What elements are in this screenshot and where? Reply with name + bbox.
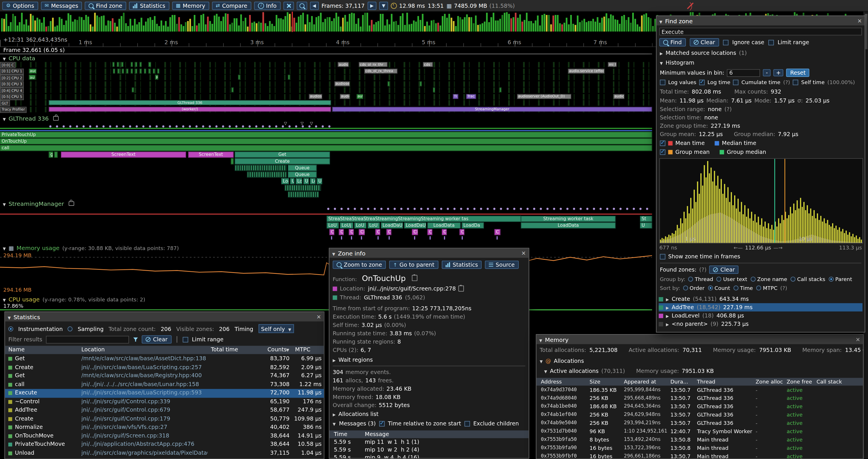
frame-bar[interactable] — [207, 17, 209, 32]
frame-bar[interactable] — [200, 15, 202, 32]
frame-bar[interactable] — [59, 17, 60, 32]
stats-row[interactable]: OnTouchMovejni/../jni/src/guif/Screen.cp… — [5, 432, 324, 440]
frame-bar[interactable] — [1, 19, 3, 32]
allocation-row[interactable]: 0x74ab9e5040256 KB293,994,219ns13:50.7GL… — [536, 419, 864, 428]
decrement-button[interactable]: - — [763, 69, 771, 76]
zone-segment[interactable] — [288, 192, 319, 197]
frame-bar[interactable] — [451, 18, 452, 31]
zone-segment[interactable] — [131, 62, 133, 67]
zone-segment[interactable] — [231, 158, 234, 164]
frame-bar[interactable] — [52, 18, 54, 32]
frame-bar[interactable] — [508, 13, 509, 31]
frame-bar[interactable] — [187, 21, 188, 32]
memory-plot-header[interactable]: ▦Memory usage(y-range: 30.88 KB, visible… — [3, 244, 179, 251]
zone-segment[interactable]: Queue — [288, 171, 316, 177]
frame-bar[interactable] — [114, 22, 116, 32]
frame-bar[interactable] — [149, 18, 151, 32]
zone-statistics-button[interactable]: Statistics — [441, 261, 482, 269]
frame-bar[interactable] — [448, 14, 450, 32]
zone-segment[interactable]: audios — [338, 62, 349, 67]
time-histogram[interactable]: 1 µs10 µs — [659, 158, 863, 243]
zone-segment[interactable] — [238, 75, 240, 79]
zone-segment[interactable]: Create — [235, 158, 330, 164]
frame-bar[interactable] — [362, 15, 363, 32]
frame-bar[interactable] — [510, 19, 512, 32]
frame-bar[interactable] — [48, 26, 49, 31]
find-zone-button[interactable]: Find zone — [85, 1, 126, 10]
statistics-button[interactable]: Statistics — [129, 1, 169, 10]
frame-bar[interactable] — [643, 14, 645, 32]
zone-segment[interactable] — [135, 62, 137, 67]
zone-segment[interactable] — [433, 88, 435, 92]
zone-segment[interactable]: g — [49, 152, 53, 158]
frame-bar[interactable] — [601, 18, 602, 32]
frame-bar[interactable] — [453, 21, 455, 32]
frame-bar[interactable] — [532, 23, 534, 32]
zone-segment[interactable]: C — [386, 229, 391, 235]
frame-bar[interactable] — [287, 12, 288, 32]
frame-bar[interactable] — [129, 19, 131, 32]
frame-bar[interactable] — [220, 21, 222, 32]
frame-bar[interactable] — [420, 20, 421, 32]
frame-bar[interactable] — [654, 19, 656, 32]
frame-bar[interactable] — [590, 21, 592, 32]
frame-bar[interactable] — [83, 20, 85, 31]
message-dots[interactable] — [49, 125, 332, 128]
frame-bar[interactable] — [105, 26, 106, 32]
frame-bar[interactable] — [258, 22, 259, 32]
frame-bar[interactable] — [429, 26, 430, 32]
frame-bar[interactable] — [12, 14, 13, 32]
timing-select[interactable]: Self only — [258, 324, 294, 333]
frame-bar[interactable] — [72, 22, 73, 32]
cpu-data-header[interactable]: CPU data — [3, 55, 35, 61]
messages-button[interactable]: ✉Messages — [41, 1, 82, 10]
frame-bar[interactable] — [537, 15, 538, 32]
frame-bar[interactable] — [260, 23, 262, 32]
frame-bar[interactable] — [595, 22, 596, 32]
frame-bar[interactable] — [586, 22, 587, 32]
frame-bar[interactable] — [136, 24, 137, 32]
zone-segment[interactable]: audioserver (AudioOut_D) — [517, 94, 571, 99]
frame-bar[interactable] — [530, 21, 532, 32]
frame-bar[interactable] — [444, 14, 445, 32]
frame-bar[interactable] — [528, 21, 530, 31]
frame-bar[interactable] — [247, 26, 248, 32]
filter-input[interactable] — [46, 335, 129, 343]
zone-segment[interactable]: audio.service (effect) — [568, 68, 604, 73]
frame-bar[interactable] — [169, 17, 171, 32]
frame-bar[interactable] — [196, 26, 197, 32]
frame-bar[interactable] — [81, 17, 82, 32]
zone-segment[interactable]: cds_ol_rx_threa — [364, 68, 398, 73]
stats-row[interactable]: ~Controljni/../jni/src/guif/Control.cpp:… — [5, 398, 324, 406]
zone-segment[interactable]: Trac — [466, 94, 476, 99]
frame-bar[interactable] — [400, 17, 401, 32]
frame-bar[interactable] — [276, 15, 277, 32]
stats-table-header[interactable]: Name Location Total time Counts MTPC — [5, 346, 324, 354]
frame-bar[interactable] — [342, 18, 343, 31]
frame-bar[interactable] — [404, 25, 406, 32]
frame-bar[interactable] — [623, 15, 625, 32]
zone-segment[interactable]: LoadData — [521, 223, 616, 229]
frame-bar[interactable] — [30, 14, 31, 32]
message-row[interactable]: 5.59 smip 9 w 4 h 4 (16) — [330, 454, 529, 458]
zone-segment[interactable] — [157, 68, 159, 73]
frame-bar[interactable] — [535, 21, 536, 32]
frame-bar[interactable] — [652, 26, 653, 32]
frame-bar[interactable] — [437, 22, 439, 31]
frame-bar[interactable] — [484, 22, 485, 31]
find-zone-titlebar[interactable]: Find zone — [657, 16, 865, 26]
frame-bar[interactable] — [599, 22, 600, 32]
allocation-row[interactable]: 0x74ab1be040186.68 KB294,645,364ns13:50.… — [536, 403, 864, 411]
copy-icon[interactable] — [412, 275, 417, 281]
allocations-section-toggle[interactable]: @Allocations — [540, 358, 584, 364]
frame-bar[interactable] — [107, 21, 109, 32]
allocation-row[interactable]: 0x7553b9fa508 bytes153,492,240ns13:50.8M… — [536, 436, 864, 445]
frame-bar[interactable] — [154, 16, 155, 32]
allocation-row[interactable]: 0x74a9d68040256 KB295,668,489ns13:50.7GL… — [536, 394, 864, 403]
cpu-row[interactable]: (worker/)StreamingManagerTracy Profiler — [0, 106, 652, 112]
zone-segment[interactable]: Queue — [288, 165, 316, 171]
frame-bar[interactable] — [242, 21, 244, 32]
frame-bar[interactable] — [442, 16, 443, 32]
frame-bar[interactable] — [486, 13, 488, 32]
frame-bar[interactable] — [76, 20, 78, 31]
